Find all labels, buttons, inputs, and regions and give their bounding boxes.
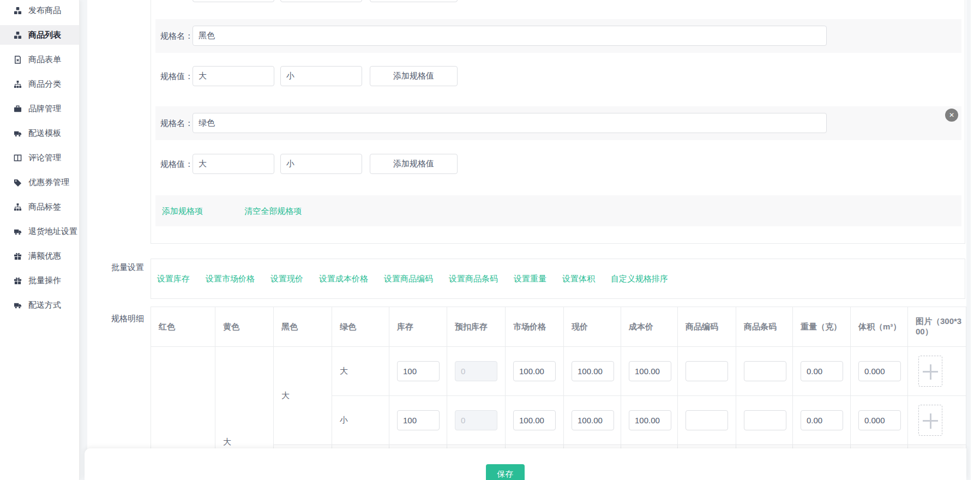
- save-button[interactable]: 保存: [486, 464, 525, 480]
- frozen-stock-input: [455, 410, 497, 430]
- frozen-stock-input: [455, 361, 497, 381]
- add-spec-value-button-green[interactable]: 添加规格值: [370, 154, 458, 174]
- column-header-frozen-stock: 预扣库存: [447, 307, 506, 347]
- column-header-green: 绿色: [332, 307, 389, 347]
- spec-value-input-green-1[interactable]: [193, 154, 274, 174]
- batch-link-set-stock[interactable]: 设置库存: [157, 274, 190, 284]
- price-input[interactable]: [572, 361, 614, 381]
- sidebar-item-label: 配送方式: [28, 300, 61, 310]
- sidebar-item-label: 商品标签: [28, 202, 61, 212]
- close-icon: ✕: [949, 111, 954, 119]
- spec-detail-label: 规格明细: [111, 314, 144, 324]
- batch-link-set-market-price[interactable]: 设置市场价格: [206, 274, 255, 284]
- sidebar-item-label: 商品表单: [28, 55, 61, 65]
- column-header-market-price: 市场价格: [506, 307, 564, 347]
- market-price-input[interactable]: [513, 361, 556, 381]
- spec-value-input-black-1[interactable]: [193, 66, 274, 86]
- stock-input[interactable]: [397, 410, 440, 430]
- sidebar-item-batch-operations[interactable]: 批量操作: [0, 271, 79, 290]
- batch-link-set-weight[interactable]: 设置重量: [514, 274, 546, 284]
- batch-settings-label: 批量设置: [111, 262, 144, 273]
- spec-items-panel: 规格名： 规格值： 添加规格值 规格名： 规格值： 添加规格值 添加规格项 清空…: [151, 0, 965, 244]
- market-price-input[interactable]: [513, 410, 556, 430]
- batch-link-custom-spec-sort[interactable]: 自定义规格排序: [611, 274, 668, 284]
- sitemap-icon: [14, 203, 22, 211]
- sidebar-item-label: 配送模板: [28, 128, 61, 139]
- clear-all-spec-items-link[interactable]: 清空全部规格项: [244, 206, 302, 215]
- volume-input[interactable]: [858, 410, 901, 430]
- plus-icon: [930, 413, 931, 429]
- volume-input[interactable]: [858, 361, 901, 381]
- sidebar-item-label: 满额优惠: [28, 251, 61, 261]
- batch-link-set-product-code[interactable]: 设置商品编码: [384, 274, 433, 284]
- image-upload-button[interactable]: [918, 405, 942, 436]
- spec-value-input-green-2[interactable]: [280, 154, 362, 174]
- briefcase-icon: [14, 105, 22, 113]
- sidebar-item-full-discount[interactable]: 满额优惠: [0, 246, 79, 266]
- sidebar-item-product-tags[interactable]: 商品标签: [0, 197, 79, 217]
- column-header-cost-price: 成本价: [621, 307, 678, 347]
- page-scrollbar[interactable]: [971, 0, 980, 480]
- column-header-black: 黑色: [274, 307, 332, 347]
- price-input[interactable]: [572, 410, 614, 430]
- column-header-price: 现价: [564, 307, 621, 347]
- sidebar-item-label: 优惠券管理: [28, 177, 69, 188]
- batch-link-set-barcode[interactable]: 设置商品条码: [449, 274, 498, 284]
- batch-link-set-volume[interactable]: 设置体积: [562, 274, 595, 284]
- batch-link-set-price[interactable]: 设置现价: [270, 274, 303, 284]
- sidebar-item-product-form[interactable]: 商品表单: [0, 50, 79, 69]
- cell-black-span: 大: [274, 347, 332, 445]
- spec-value-label: 规格值：: [160, 147, 193, 181]
- spec-value-label: 规格值：: [160, 59, 193, 93]
- file-excel-icon: [14, 56, 22, 64]
- add-spec-value-button-partial[interactable]: [370, 0, 458, 2]
- sidebar-item-return-address[interactable]: 退货地址设置: [0, 221, 79, 241]
- spec-value-input-black-2[interactable]: [280, 66, 362, 86]
- column-header-stock: 库存: [389, 307, 447, 347]
- add-spec-item-link[interactable]: 添加规格项: [162, 206, 203, 215]
- sidebar-item-coupon-management[interactable]: 优惠券管理: [0, 172, 79, 192]
- gift-icon: [14, 277, 22, 285]
- sidebar-item-label: 评论管理: [28, 153, 61, 163]
- spec-value-input-partial-1[interactable]: [193, 0, 274, 2]
- sidebar-item-product-category[interactable]: 商品分类: [0, 74, 79, 94]
- batch-settings-panel: 设置库存 设置市场价格 设置现价 设置成本价格 设置商品编码 设置商品条码 设置…: [151, 259, 965, 299]
- cost-price-input[interactable]: [629, 410, 671, 430]
- gift-icon: [14, 252, 22, 260]
- sidebar-item-review-management[interactable]: 评论管理: [0, 148, 79, 167]
- sidebar-item-delivery-template[interactable]: 配送模板: [0, 123, 79, 143]
- product-code-input[interactable]: [686, 410, 728, 430]
- table-row: 大 大 大: [151, 347, 966, 396]
- spec-name-input-black[interactable]: [193, 26, 827, 46]
- add-spec-value-button-black[interactable]: 添加规格值: [370, 66, 458, 86]
- barcode-input[interactable]: [744, 361, 786, 381]
- sidebar: 发布商品 商品列表 商品表单 商品分类 品牌管理 配送模板 评论管理 优惠券管理…: [0, 0, 80, 480]
- sidebar-item-label: 商品分类: [28, 79, 61, 89]
- table-header-row: 红色 黄色 黑色 绿色 库存 预扣库存 市场价格 现价 成本价 商品编码 商品条…: [151, 307, 966, 347]
- sidebar-item-product-list[interactable]: 商品列表: [0, 25, 79, 45]
- cost-price-input[interactable]: [629, 361, 671, 381]
- column-header-image: 图片（300*300）: [908, 307, 966, 347]
- weight-input[interactable]: [801, 361, 843, 381]
- column-header-red: 红色: [151, 307, 215, 347]
- cubes-icon: [14, 31, 22, 39]
- sidebar-item-label: 发布商品: [28, 5, 61, 16]
- spec-value-input-partial-2[interactable]: [280, 0, 362, 2]
- sidebar-item-delivery-method[interactable]: 配送方式: [0, 295, 79, 315]
- batch-link-set-cost-price[interactable]: 设置成本价格: [319, 274, 368, 284]
- image-upload-button[interactable]: [918, 356, 942, 387]
- sidebar-item-publish-product[interactable]: 发布商品: [0, 1, 79, 20]
- cell-green-value: 小: [332, 396, 389, 445]
- barcode-input[interactable]: [744, 410, 786, 430]
- spec-name-input-green[interactable]: [193, 113, 827, 133]
- product-code-input[interactable]: [686, 361, 728, 381]
- weight-input[interactable]: [801, 410, 843, 430]
- delete-spec-item-button[interactable]: ✕: [945, 109, 958, 122]
- spec-name-label: 规格名：: [160, 19, 193, 53]
- column-header-product-code: 商品编码: [678, 307, 736, 347]
- column-header-barcode: 商品条码: [736, 307, 793, 347]
- sitemap-icon: [14, 80, 22, 88]
- sidebar-item-brand-management[interactable]: 品牌管理: [0, 99, 79, 118]
- stock-input[interactable]: [397, 361, 440, 381]
- truck-icon: [14, 301, 22, 309]
